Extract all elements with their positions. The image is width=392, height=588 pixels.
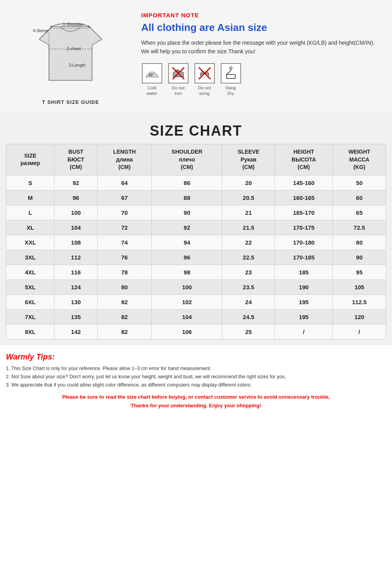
svg-text:3-Length: 3-Length: [69, 63, 85, 67]
care-icons: 20° Coldwater Do notiron: [141, 63, 376, 96]
cell-sleeve: 24: [222, 294, 275, 309]
cell-weight: 80: [333, 235, 386, 250]
cell-size: XL: [6, 220, 54, 235]
table-row: 6XL1308210224195112.5: [6, 294, 386, 309]
size-chart-section: SIZE CHART SIZEразмер BUSTБЮСТ(CM) LENGT…: [0, 113, 392, 345]
svg-text:4-Sleeve: 4-Sleeve: [33, 29, 49, 33]
cell-weight: 90: [333, 250, 386, 265]
care-icon-hang-dry: HangDry: [220, 63, 241, 96]
cell-length: 64: [97, 175, 152, 190]
cell-sleeve: 21: [222, 205, 275, 220]
cell-size: XXL: [6, 235, 54, 250]
important-section: IMPORTANT NOTE All clothing are Asian si…: [133, 8, 384, 105]
svg-text:1-Shoulder: 1-Shoulder: [63, 22, 84, 27]
asian-size-title: All clothing are Asian size: [141, 22, 376, 34]
table-row: 4XL11678982318595: [6, 265, 386, 279]
col-header-sleeve: SLEEVEРукав(CM): [222, 144, 275, 176]
cell-shoulder: 102: [152, 294, 222, 309]
cold-water-label: Coldwater: [147, 85, 157, 96]
cell-sleeve: 20: [222, 175, 275, 190]
cell-sleeve: 23: [222, 265, 275, 279]
cell-sleeve: 25: [222, 324, 275, 339]
size-chart-title: SIZE CHART: [150, 123, 242, 139]
cell-height: 170-175: [275, 220, 333, 235]
warmly-title: Warmly Tips:: [6, 352, 386, 361]
cell-height: 195: [275, 309, 333, 324]
cell-size: 7XL: [6, 309, 54, 324]
col-header-size: SIZEразмер: [6, 144, 54, 176]
note-text: When you place the order please live the…: [141, 38, 376, 56]
table-row: S92648620145-16050: [6, 175, 386, 190]
warmly-tip: 3. We appreciate that if you could allow…: [6, 381, 386, 389]
warmly-tip: 2. Not Sure about your size? Don't worry…: [6, 373, 386, 381]
hang-dry-icon-box: [221, 63, 241, 83]
cell-bust: 92: [54, 175, 97, 190]
care-icon-no-wring: Do notwring: [194, 63, 215, 96]
cell-sleeve: 24.5: [222, 309, 275, 324]
col-header-shoulder: SHOULDERплечо(CM): [152, 144, 222, 176]
cell-shoulder: 98: [152, 265, 222, 279]
cell-sleeve: 20.5: [222, 190, 275, 205]
cell-bust: 124: [54, 279, 97, 294]
cell-length: 74: [97, 235, 152, 250]
cell-length: 76: [97, 250, 152, 265]
col-header-height: HEIGHTВЫСОТА(CM): [275, 144, 333, 176]
cell-bust: 96: [54, 190, 97, 205]
no-wring-icon-box: [194, 63, 215, 83]
warmly-tip: 1. This Size Chart is only for your refe…: [6, 365, 386, 373]
cell-height: 185: [275, 265, 333, 279]
cell-length: 78: [97, 265, 152, 279]
care-icon-no-iron: Do notiron: [167, 63, 189, 96]
warmly-section: Warmly Tips: 1. This Size Chart is only …: [0, 345, 392, 416]
cell-size: 8XL: [6, 324, 54, 339]
cell-height: /: [275, 324, 333, 339]
cell-weight: 60: [333, 190, 386, 205]
warmly-highlight: Please be sure to read the size chart be…: [6, 393, 386, 410]
cell-height: 190: [275, 279, 333, 294]
cell-shoulder: 88: [152, 190, 222, 205]
cell-size: S: [6, 175, 54, 190]
cell-weight: 112.5: [333, 294, 386, 309]
cell-bust: 130: [54, 294, 97, 309]
cell-bust: 116: [54, 265, 97, 279]
no-wring-label: Do notwring: [198, 85, 211, 96]
cell-height: 165-170: [275, 205, 333, 220]
cell-bust: 112: [54, 250, 97, 265]
top-section: 1-Shoulder 2-chest 3-Length 4-Sleeve T S…: [0, 0, 392, 113]
col-header-weight: WEIGHTМАССА(KG): [333, 144, 386, 176]
cell-height: 145-160: [275, 175, 333, 190]
cell-sleeve: 21.5: [222, 220, 275, 235]
size-table: SIZEразмер BUSTБЮСТ(CM) LENGTHдлина(CM) …: [6, 144, 386, 339]
table-row: L100709021165-17065: [6, 205, 386, 220]
col-header-length: LENGTHдлина(CM): [97, 144, 152, 176]
cell-bust: 108: [54, 235, 97, 250]
cell-weight: 72.5: [333, 220, 386, 235]
cell-length: 70: [97, 205, 152, 220]
cell-length: 82: [97, 324, 152, 339]
cell-height: 170-180: [275, 235, 333, 250]
table-header-row: SIZEразмер BUSTБЮСТ(CM) LENGTHдлина(CM) …: [6, 144, 386, 176]
cell-length: 80: [97, 279, 152, 294]
cell-shoulder: 86: [152, 175, 222, 190]
cell-bust: 100: [54, 205, 97, 220]
cell-shoulder: 96: [152, 250, 222, 265]
cell-size: L: [6, 205, 54, 220]
table-row: 5XL1248010023.5190105: [6, 279, 386, 294]
cell-sleeve: 22.5: [222, 250, 275, 265]
cell-height: 195: [275, 294, 333, 309]
hang-dry-label: HangDry: [225, 85, 236, 96]
cell-weight: 65: [333, 205, 386, 220]
cell-shoulder: 104: [152, 309, 222, 324]
care-icon-cold-water: 20° Coldwater: [141, 63, 163, 96]
cell-shoulder: 92: [152, 220, 222, 235]
important-note-title: IMPORTANT NOTE: [141, 12, 376, 18]
cell-height: 160-165: [275, 190, 333, 205]
cell-size: 3XL: [6, 250, 54, 265]
svg-text:20°: 20°: [149, 73, 154, 77]
table-row: 3XL112769622.5170-18590: [6, 250, 386, 265]
cell-shoulder: 100: [152, 279, 222, 294]
cell-bust: 104: [54, 220, 97, 235]
table-row: M96678820.5160-16560: [6, 190, 386, 205]
cell-shoulder: 94: [152, 235, 222, 250]
table-row: 7XL1358210424.5195120: [6, 309, 386, 324]
